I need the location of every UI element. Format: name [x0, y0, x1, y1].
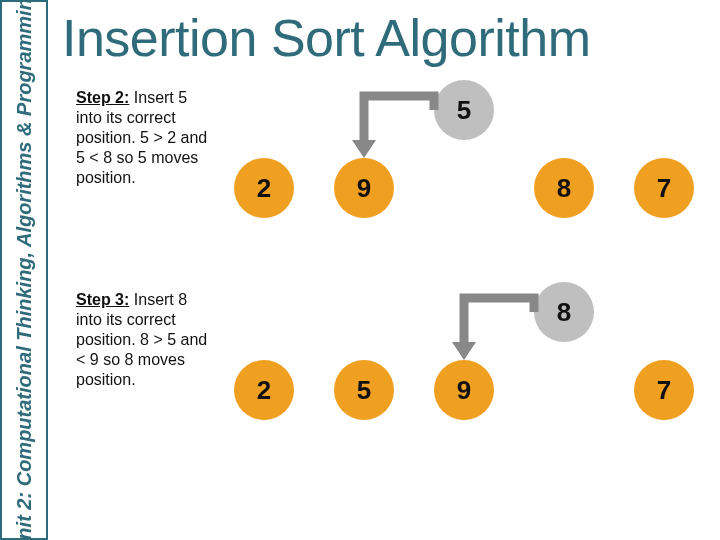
- main-content: Insertion Sort Algorithm Step 2: Insert …: [48, 0, 720, 540]
- step-3-slot-2: 9: [434, 360, 494, 420]
- step-2-insert-arrow-icon: [352, 90, 442, 160]
- page-title: Insertion Sort Algorithm: [62, 8, 704, 68]
- step-2-slot-4: 7: [634, 158, 694, 218]
- sidebar: Unit 2: Computational Thinking, Algorith…: [0, 0, 48, 540]
- step-2-label: Step 2:: [76, 89, 129, 106]
- step-3-floating-value: 8: [557, 297, 571, 328]
- step-2-description: Step 2: Insert 5 into its correct positi…: [76, 88, 216, 188]
- step-3-floating-element: 8: [534, 282, 594, 342]
- sidebar-unit-label: Unit 2: Computational Thinking, Algorith…: [13, 0, 36, 540]
- step-3-label: Step 3:: [76, 291, 129, 308]
- step-3-array-row: 2 5 9 7: [234, 360, 694, 420]
- step-2-floating-element: 5: [434, 80, 494, 140]
- step-3-slot-3-gap: [534, 360, 594, 420]
- step-2-floating-value: 5: [457, 95, 471, 126]
- step-2-slot-2-gap: [434, 158, 494, 218]
- step-3-slot-4: 7: [634, 360, 694, 420]
- step-3-description: Step 3: Insert 8 into its correct positi…: [76, 290, 216, 390]
- step-2-slot-3: 8: [534, 158, 594, 218]
- step-3-slot-0: 2: [234, 360, 294, 420]
- step-3-slot-1: 5: [334, 360, 394, 420]
- step-block-2: Step 2: Insert 5 into its correct positi…: [64, 80, 704, 270]
- step-3-insert-arrow-icon: [452, 292, 542, 362]
- step-2-array-row: 2 9 8 7: [234, 158, 694, 218]
- step-2-slot-1: 9: [334, 158, 394, 218]
- step-block-3: Step 3: Insert 8 into its correct positi…: [64, 282, 704, 472]
- step-2-slot-0: 2: [234, 158, 294, 218]
